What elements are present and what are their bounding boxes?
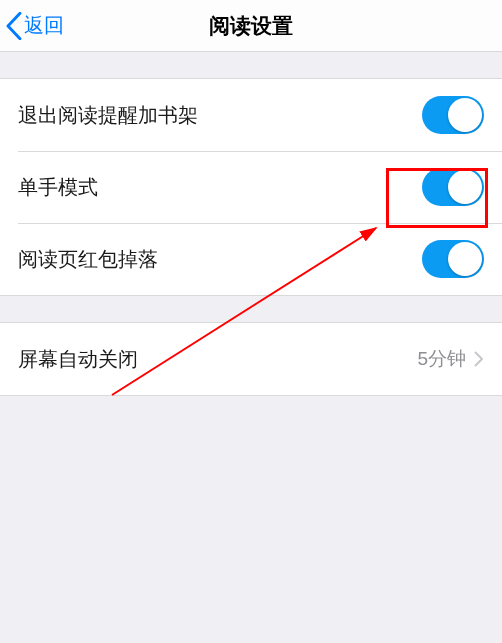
toggle-one-hand[interactable] (422, 168, 484, 206)
row-exit-reminder: 退出阅读提醒加书架 (0, 79, 502, 151)
toggle-hongbao[interactable] (422, 240, 484, 278)
nav-bar: 返回 阅读设置 (0, 0, 502, 52)
chevron-left-icon (6, 12, 22, 40)
settings-group-1: 退出阅读提醒加书架 单手模式 阅读页红包掉落 (0, 78, 502, 296)
label-exit-reminder: 退出阅读提醒加书架 (18, 102, 198, 129)
back-button[interactable]: 返回 (0, 12, 64, 40)
value-auto-off: 5分钟 (417, 346, 466, 372)
chevron-right-icon (474, 351, 484, 367)
back-label: 返回 (24, 12, 64, 39)
label-one-hand: 单手模式 (18, 174, 98, 201)
row-one-hand: 单手模式 (0, 151, 502, 223)
toggle-exit-reminder[interactable] (422, 96, 484, 134)
page-title: 阅读设置 (0, 12, 502, 40)
label-hongbao: 阅读页红包掉落 (18, 246, 158, 273)
row-hongbao: 阅读页红包掉落 (0, 223, 502, 295)
label-auto-off: 屏幕自动关闭 (18, 346, 138, 373)
row-auto-off[interactable]: 屏幕自动关闭 5分钟 (0, 323, 502, 395)
settings-group-2: 屏幕自动关闭 5分钟 (0, 322, 502, 396)
